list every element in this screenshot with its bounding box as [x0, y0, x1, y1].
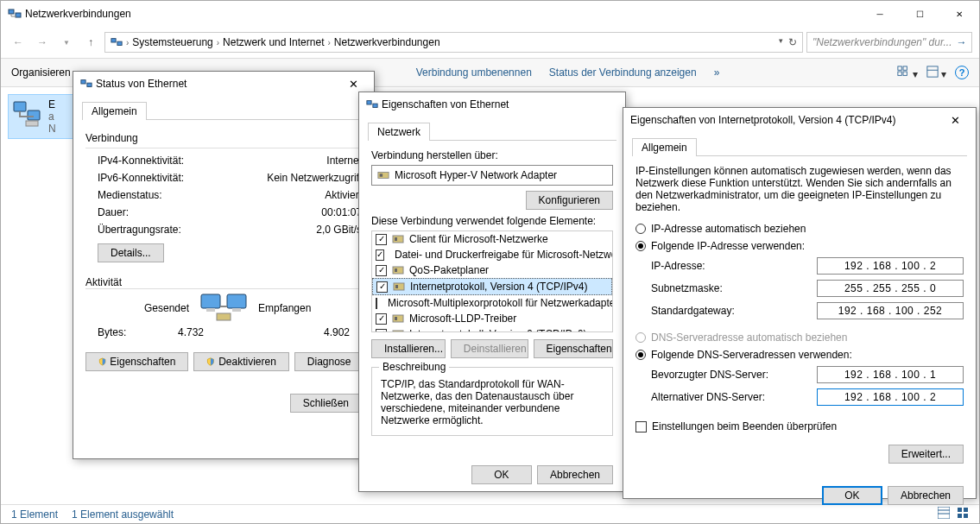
svg-rect-3	[117, 41, 122, 45]
forward-button[interactable]: →	[32, 32, 53, 53]
ipv4-value: Internet	[326, 155, 362, 167]
dropdown-icon[interactable]: ▾	[779, 36, 783, 48]
rate-label: Übertragungsrate:	[98, 224, 181, 236]
radio-use-ip[interactable]: Folgende IP-Adresse verwenden:	[635, 237, 964, 255]
ip-address-input[interactable]: 192 . 168 . 100 . 2	[817, 257, 964, 275]
gateway-input[interactable]: 192 . 168 . 100 . 252	[817, 302, 964, 319]
close-button[interactable]: ✕	[939, 1, 979, 27]
close-icon[interactable]: ✕	[339, 78, 367, 91]
validate-on-exit-checkbox[interactable]: Einstellungen beim Beenden überprüfen	[635, 415, 964, 438]
adapter-status: a	[48, 110, 56, 123]
close-button[interactable]: Schließen	[290, 394, 362, 413]
shield-icon	[206, 356, 215, 368]
subnet-mask-input[interactable]: 255 . 255 . 255 . 0	[817, 280, 964, 297]
deactivate-button[interactable]: Deaktivieren	[193, 352, 288, 371]
components-list[interactable]: Client für Microsoft-NetzwerkeDatei- und…	[371, 230, 613, 332]
ethernet-status-dialog: Status von Ethernet ✕ Allgemein Verbindu…	[73, 71, 375, 459]
description-text: TCP/IP, das Standardprotokoll für WAN-Ne…	[381, 378, 604, 426]
tab-network[interactable]: Netzwerk	[368, 123, 430, 141]
radio-icon	[635, 224, 646, 234]
checkbox-icon[interactable]	[376, 313, 387, 325]
svg-rect-12	[26, 121, 38, 126]
nic-icon	[377, 169, 389, 181]
cancel-button[interactable]: Abbrechen	[537, 465, 613, 484]
svg-rect-23	[227, 294, 246, 308]
connect-via-label: Verbindung herstellen über:	[371, 149, 613, 161]
list-item[interactable]: Internetprotokoll, Version 6 (TCP/IPv6)	[372, 326, 612, 332]
configure-button[interactable]: Konfigurieren	[526, 191, 613, 210]
history-dropdown[interactable]: ▼	[56, 32, 77, 53]
radio-icon	[635, 241, 646, 251]
list-item[interactable]: Microsoft-Multiplexorprotokoll für Netzw…	[372, 295, 612, 311]
minimize-button[interactable]: ─	[860, 1, 900, 27]
hint-text: IP-Einstellungen können automatisch zuge…	[635, 165, 964, 213]
more-commands[interactable]: »	[714, 66, 720, 79]
titlebar[interactable]: Netzwerkverbindungen ─ ☐ ✕	[1, 1, 979, 27]
status-item-count: 1 Element	[11, 508, 58, 521]
cancel-button[interactable]: Abbrechen	[888, 486, 964, 505]
list-item[interactable]: Microsoft-LLDP-Treiber	[372, 311, 612, 326]
checkbox-icon[interactable]	[376, 329, 387, 333]
checkbox-icon[interactable]	[376, 249, 384, 261]
svg-rect-10	[14, 102, 26, 111]
view-icons-button[interactable]: ▾	[897, 66, 917, 80]
list-item[interactable]: QoS-Paketplaner	[372, 262, 612, 278]
diagnose-button[interactable]: Diagnose	[294, 352, 362, 371]
dialog-title: Eigenschaften von Ethernet	[382, 98, 509, 110]
ipv6-value: Kein Netzwerkzugriff	[267, 172, 362, 184]
breadcrumb-0[interactable]: Systemsteuerung	[132, 36, 212, 48]
organize-menu[interactable]: Organisieren	[11, 66, 71, 79]
properties-button[interactable]: Eigenschaften	[85, 352, 188, 371]
tab-general[interactable]: Allgemein	[82, 102, 147, 120]
adapter-field: Microsoft Hyper-V Network Adapter	[371, 165, 613, 186]
search-input[interactable]: "Netzwerkverbindungen" dur... →	[806, 32, 972, 53]
checkbox-icon[interactable]	[376, 265, 387, 276]
checkbox-icon[interactable]	[376, 234, 387, 245]
view-details-button[interactable]: ▾	[926, 66, 946, 80]
checkbox-icon[interactable]	[376, 281, 388, 293]
maximize-button[interactable]: ☐	[900, 1, 939, 27]
dns2-input[interactable]: 192 . 168 . 100 . 2	[817, 388, 964, 406]
item-properties-button[interactable]: Eigenschaften	[534, 339, 613, 358]
dialog-title: Status von Ethernet	[96, 78, 187, 90]
address-bar[interactable]: › Systemsteuerung › Netzwerk und Interne…	[104, 32, 803, 53]
media-value: Aktiviert	[325, 189, 362, 201]
dialog-titlebar[interactable]: Eigenschaften von Internetprotokoll, Ver…	[623, 108, 976, 132]
svg-rect-31	[380, 174, 383, 177]
help-icon[interactable]: ?	[955, 66, 969, 79]
up-button[interactable]: ↑	[80, 32, 101, 53]
network-adapter-icon	[12, 98, 43, 129]
network-icon	[8, 7, 22, 21]
tab-general[interactable]: Allgemein	[632, 138, 697, 156]
breadcrumb-1[interactable]: Netzwerk und Internet	[223, 36, 324, 48]
list-item[interactable]: Datei- und Druckerfreigabe für Microsoft…	[372, 247, 612, 262]
dialog-titlebar[interactable]: Status von Ethernet ✕	[73, 72, 374, 96]
svg-rect-33	[395, 237, 397, 241]
list-item[interactable]: Internetprotokoll, Version 4 (TCP/IPv4)	[372, 278, 612, 295]
rename-connection[interactable]: Verbindung umbenennen	[416, 66, 532, 79]
ok-button[interactable]: OK	[822, 486, 882, 505]
back-button[interactable]: ←	[8, 32, 28, 53]
list-item[interactable]: Client für Microsoft-Netzwerke	[372, 231, 612, 247]
advanced-button[interactable]: Erweitert...	[888, 445, 964, 464]
radio-icon	[635, 332, 646, 343]
close-icon[interactable]: ✕	[941, 114, 969, 127]
breadcrumb-2[interactable]: Netzwerkverbindungen	[334, 36, 440, 48]
ip-address-label: IP-Adresse:	[651, 260, 705, 272]
shield-icon	[98, 356, 106, 368]
ethernet-properties-dialog: Eigenschaften von Ethernet Netzwerk Verb…	[358, 92, 626, 492]
chevron-right-icon: ›	[327, 38, 330, 47]
description-group-label: Beschreibung	[379, 361, 449, 373]
show-connection-status[interactable]: Status der Verbindung anzeigen	[549, 66, 697, 79]
ok-button[interactable]: OK	[471, 465, 532, 484]
uninstall-button[interactable]: Deinstallieren	[451, 339, 528, 358]
dialog-titlebar[interactable]: Eigenschaften von Ethernet	[359, 92, 625, 117]
refresh-icon[interactable]: ↻	[788, 36, 797, 48]
details-button[interactable]: Details...	[98, 243, 164, 262]
radio-auto-ip[interactable]: IP-Adresse automatisch beziehen	[635, 220, 964, 237]
dns1-label: Bevorzugter DNS-Server:	[651, 369, 768, 381]
radio-use-dns[interactable]: Folgende DNS-Serveradressen verwenden:	[635, 346, 964, 363]
checkbox-icon[interactable]	[376, 298, 377, 309]
install-button[interactable]: Installieren...	[371, 339, 446, 358]
dns1-input[interactable]: 192 . 168 . 100 . 1	[817, 366, 964, 383]
